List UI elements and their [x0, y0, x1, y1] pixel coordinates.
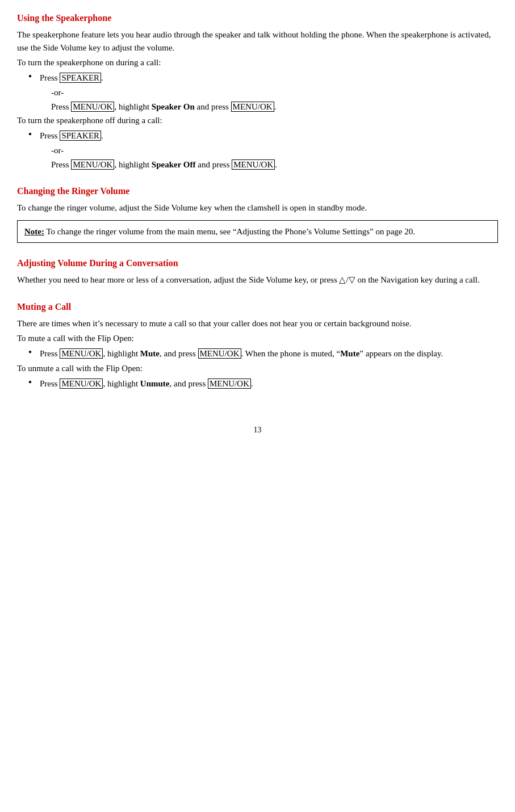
ringer-section: Changing the Ringer Volume To change the…	[17, 184, 498, 243]
speakerphone-off-bullet1: Press SPEAKER.	[28, 129, 498, 142]
speakerphone-title: Using the Speakerphone	[17, 11, 498, 25]
muting-bullet1: Press MENU/OK, highlight Mute, and press…	[28, 347, 498, 360]
page-content: Using the Speakerphone The speakerphone …	[17, 11, 498, 436]
speakerphone-off-list: Press SPEAKER.	[28, 129, 498, 142]
unmuting-bullet1: Press MENU/OK, highlight Unmute, and pre…	[28, 377, 498, 390]
mute-display-label: Mute	[340, 349, 359, 358]
muting-list: Press MENU/OK, highlight Mute, and press…	[28, 347, 498, 360]
menuok-key-4: MENU/OK	[232, 159, 275, 170]
muting-section: Muting a Call There are times when it’s …	[17, 300, 498, 390]
ringer-para1: To change the ringer volume, adjust the …	[17, 201, 498, 214]
speaker-off-label: Speaker Off	[152, 160, 196, 169]
adjusting-section: Adjusting Volume During a Conversation W…	[17, 256, 498, 287]
ringer-title: Changing the Ringer Volume	[17, 184, 498, 198]
muting-para3: To unmute a call with the Flip Open:	[17, 362, 498, 375]
speakerphone-section: Using the Speakerphone The speakerphone …	[17, 11, 498, 171]
speaker-key-2: SPEAKER	[60, 131, 101, 141]
muting-para2: To mute a call with the Flip Open:	[17, 332, 498, 345]
muting-title: Muting a Call	[17, 300, 498, 314]
speakerphone-on-list: Press SPEAKER.	[28, 71, 498, 85]
speakerphone-on-alt: Press MENU/OK, highlight Speaker On and …	[17, 100, 498, 113]
muting-para1: There are times when it’s necessary to m…	[17, 317, 498, 330]
menuok-key-1: MENU/OK	[71, 102, 114, 112]
page-number: 13	[17, 424, 498, 436]
note-text: To change the ringer volume from the mai…	[44, 227, 415, 236]
speakerphone-para3: To turn the speakerphone off during a ca…	[17, 114, 498, 127]
menuok-key-8: MENU/OK	[208, 378, 251, 389]
speakerphone-or-1: -or-	[17, 86, 498, 99]
menuok-key-3: MENU/OK	[71, 159, 114, 170]
speakerphone-para1: The speakerphone feature lets you hear a…	[17, 28, 498, 54]
adjusting-title: Adjusting Volume During a Conversation	[17, 256, 498, 270]
bullet1-press-text: Press	[40, 73, 60, 82]
unmute-label: Unmute	[140, 379, 170, 388]
speakerphone-or-2: -or-	[17, 144, 498, 157]
note-label: Note:	[24, 227, 44, 236]
unmuting-list: Press MENU/OK, highlight Unmute, and pre…	[28, 377, 498, 390]
speaker-on-label: Speaker On	[152, 102, 195, 111]
speaker-key-1: SPEAKER	[60, 73, 101, 83]
menuok-key-6: MENU/OK	[198, 348, 241, 359]
note-box: Note: To change the ringer volume from t…	[17, 220, 498, 243]
menuok-key-2: MENU/OK	[231, 102, 274, 112]
mute-label: Mute	[140, 349, 160, 358]
speakerphone-off-alt: Press MENU/OK, highlight Speaker Off and…	[17, 158, 498, 171]
speakerphone-para2: To turn the speakerphone on during a cal…	[17, 56, 498, 69]
adjusting-para1: Whether you need to hear more or less of…	[17, 274, 498, 287]
speakerphone-on-bullet1: Press SPEAKER.	[28, 71, 498, 85]
menuok-key-7: MENU/OK	[60, 378, 103, 389]
menuok-key-5: MENU/OK	[60, 348, 103, 359]
